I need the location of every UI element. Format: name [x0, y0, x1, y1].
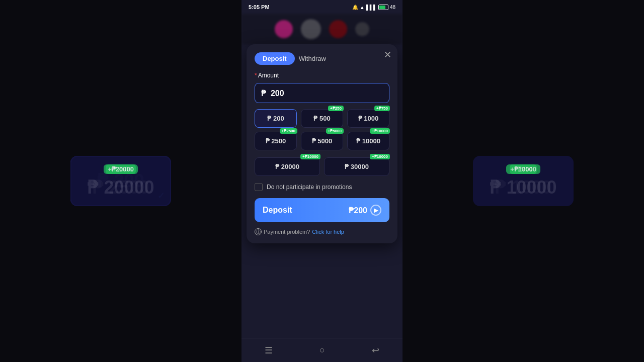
amount-btn-20000[interactable]: +₱10000 ₱ 20000	[255, 157, 320, 176]
promo-label: Do not participate in promotions	[267, 184, 352, 191]
notification-icon: 🔔	[352, 5, 358, 10]
modal-tabs: Deposit Withdraw	[255, 52, 389, 65]
promo-checkbox[interactable]	[255, 183, 263, 191]
bonus-badge-5000: +₱5000	[326, 128, 344, 134]
tab-withdraw[interactable]: Withdraw	[299, 55, 326, 62]
phone-frame: 5:05 PM 🔔 ▲ ▌▌▌ 48 ✕ Deposit Withdraw	[242, 0, 403, 362]
nav-back-button[interactable]: ↩	[362, 341, 389, 360]
payment-problem-row: ⓘ Payment problem? Click for help	[255, 228, 389, 235]
bonus-badge-10000: +₱10000	[370, 128, 390, 134]
bg-card-20000: +₱20000 ₱ 20000	[70, 156, 171, 206]
amount-label: * Amount	[255, 72, 389, 79]
bonus-badge-20000: +₱10000	[300, 154, 320, 159]
deposit-modal: ✕ Deposit Withdraw * Amount ₱ 200 +₱250	[247, 44, 397, 243]
payment-problem-text: Payment problem?	[264, 229, 310, 235]
amount-btn-1000[interactable]: +₱750 ₱ 1000	[347, 109, 389, 128]
amount-btn-5000[interactable]: +₱5000 ₱ 5000	[301, 132, 343, 150]
background-left-cards: ₱ 200 ✓ +₱2500 ₱ 2500 +₱20000 ₱ 20000	[0, 0, 242, 362]
amount-btn-10000[interactable]: +₱10000 ₱ 10000	[347, 132, 389, 150]
bonus-badge-2500: +₱2500	[280, 128, 297, 134]
deposit-button-amount: ₱200 ▶	[349, 205, 381, 216]
nav-menu-button[interactable]: ☰	[255, 341, 283, 360]
required-indicator: *	[255, 72, 257, 79]
avatar-blur-1	[275, 20, 293, 38]
time-display: 5:05 PM	[249, 4, 270, 10]
avatar-blur-2	[301, 19, 321, 39]
app-header-blurred	[242, 14, 403, 44]
amount-btn-500[interactable]: +₱250 ₱ 500	[301, 109, 343, 128]
modal-close-button[interactable]: ✕	[384, 50, 391, 59]
background-right-cards: +₱750 ₱ 1000 +₱10000 ₱ 10000	[403, 0, 644, 362]
click-for-help-link[interactable]: Click for help	[312, 229, 344, 235]
bg-card-10000: +₱10000 ₱ 10000	[473, 156, 574, 206]
amount-buttons-grid: ₱ 200 +₱250 ₱ 500 +₱750 ₱ 1000 +₱2500 ₱ …	[255, 109, 389, 150]
status-bar: 5:05 PM 🔔 ▲ ▌▌▌ 48	[242, 0, 403, 14]
amount-btn-2500[interactable]: +₱2500 ₱ 2500	[255, 132, 297, 150]
promo-row: Do not participate in promotions	[255, 183, 389, 191]
modal-area: ✕ Deposit Withdraw * Amount ₱ 200 +₱250	[242, 44, 403, 338]
signal-icon: ▌▌▌	[366, 5, 377, 10]
nav-home-button[interactable]: ○	[309, 341, 335, 359]
info-icon: ⓘ	[255, 228, 262, 235]
battery-icon	[378, 5, 388, 10]
tab-deposit[interactable]: Deposit	[255, 52, 295, 65]
avatar-blur-3	[329, 20, 347, 38]
avatar-blur-4	[355, 22, 369, 36]
bonus-badge-500: +₱250	[328, 106, 344, 111]
status-icons: 🔔 ▲ ▌▌▌ 48	[352, 5, 395, 10]
amount-btn-200[interactable]: ₱ 200	[255, 109, 297, 128]
amount-label-text: Amount	[258, 72, 279, 79]
wifi-icon: ▲	[360, 5, 365, 10]
bottom-navigation: ☰ ○ ↩	[242, 338, 403, 362]
deposit-button[interactable]: Deposit ₱200 ▶	[255, 198, 389, 222]
battery-percent: 48	[390, 5, 395, 10]
deposit-arrow-icon: ▶	[370, 205, 381, 216]
deposit-button-label: Deposit	[263, 206, 292, 215]
amount-input[interactable]	[255, 83, 389, 103]
amount-btn-30000[interactable]: +₱10000 ₱ 30000	[324, 157, 389, 176]
bonus-badge-30000: +₱10000	[370, 154, 390, 159]
amount-buttons-bottom-grid: +₱10000 ₱ 20000 +₱10000 ₱ 30000	[255, 157, 389, 176]
bonus-badge-1000: +₱750	[374, 106, 390, 111]
